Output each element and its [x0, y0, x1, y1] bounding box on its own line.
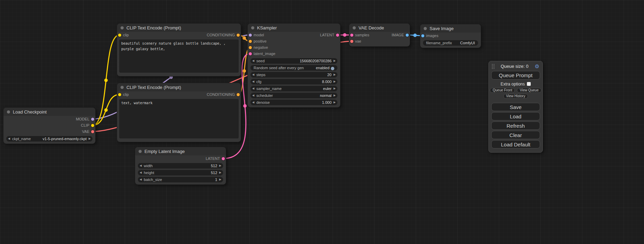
- widget-random-seed-toggle[interactable]: Random seed after every gen enabled: [250, 65, 337, 71]
- collapse-dot-icon[interactable]: [7, 110, 10, 114]
- widget-scheduler[interactable]: scheduler normal: [250, 93, 337, 98]
- widget-height[interactable]: height 512: [138, 170, 223, 175]
- output-row-vae: VAE: [3, 128, 95, 135]
- load-default-button[interactable]: Load Default: [491, 140, 540, 148]
- node-ksampler[interactable]: KSampler model LATENT positive negative …: [248, 24, 340, 107]
- widget-filename-prefix[interactable]: filename_prefix ComfyUI: [423, 40, 478, 46]
- collapse-dot-icon[interactable]: [121, 86, 124, 89]
- settings-gear-icon[interactable]: [535, 64, 539, 69]
- widget-label: sampler_name: [256, 86, 282, 91]
- decrement-arrow-icon[interactable]: [252, 100, 254, 105]
- increment-arrow-icon[interactable]: [334, 79, 336, 84]
- slot-row: clip CONDITIONING: [117, 32, 241, 38]
- widget-steps[interactable]: steps 20: [250, 72, 337, 78]
- node-save-image[interactable]: Save Image images filename_prefix ComfyU…: [420, 24, 481, 48]
- input-slot-images[interactable]: [421, 34, 424, 37]
- collapse-dot-icon[interactable]: [139, 150, 142, 153]
- decrement-arrow-icon[interactable]: [252, 79, 254, 84]
- input-label-clip: clip: [123, 91, 129, 98]
- decrement-arrow-icon[interactable]: [252, 58, 254, 64]
- node-title-bar[interactable]: Save Image: [420, 24, 481, 33]
- combo-next-arrow-icon[interactable]: [89, 136, 91, 142]
- combo-next-arrow-icon[interactable]: [334, 86, 336, 91]
- load-button[interactable]: Load: [491, 112, 540, 120]
- output-label-latent: LATENT: [206, 155, 220, 162]
- collapse-dot-icon[interactable]: [121, 26, 124, 29]
- output-slot-conditioning[interactable]: [237, 93, 240, 96]
- input-slot-positive[interactable]: [249, 40, 252, 43]
- input-slot-clip[interactable]: [118, 34, 121, 37]
- collapse-dot-icon[interactable]: [353, 26, 356, 29]
- extra-options-checkbox[interactable]: [527, 82, 531, 86]
- collapse-dot-icon[interactable]: [251, 26, 254, 29]
- widget-denoise[interactable]: denoise 1.000: [250, 100, 337, 105]
- widget-seed[interactable]: seed 156680208700286: [250, 58, 337, 64]
- increment-arrow-icon[interactable]: [334, 72, 336, 78]
- widget-batch-size[interactable]: batch_size 1: [138, 177, 223, 182]
- input-slot-negative[interactable]: [249, 46, 252, 49]
- output-slot-latent[interactable]: [336, 34, 339, 37]
- input-slot-model[interactable]: [249, 34, 252, 37]
- widget-value: 20: [327, 72, 332, 78]
- input-label-samples: samples: [355, 32, 369, 38]
- view-queue-button[interactable]: View Queue: [517, 88, 541, 93]
- node-vae-decode[interactable]: VAE Decode samples IMAGE vae: [349, 24, 410, 46]
- input-slot-vae[interactable]: [350, 40, 353, 43]
- node-title-bar[interactable]: VAE Decode: [349, 24, 410, 32]
- node-title-bar[interactable]: Load Checkpoint: [3, 108, 95, 116]
- refresh-button[interactable]: Refresh: [491, 121, 540, 130]
- decrement-arrow-icon[interactable]: [140, 170, 142, 175]
- prompt-textarea[interactable]: text, watermark: [119, 99, 239, 138]
- graph-canvas[interactable]: Load Checkpoint MODEL CLIP VAE ckpt_name…: [0, 0, 644, 244]
- output-slot-clip[interactable]: [91, 124, 94, 127]
- combo-prev-arrow-icon[interactable]: [252, 86, 254, 91]
- increment-arrow-icon[interactable]: [219, 163, 221, 169]
- save-button[interactable]: Save: [491, 103, 540, 111]
- widget-value: 156680208700286: [300, 58, 332, 64]
- increment-arrow-icon[interactable]: [219, 170, 221, 175]
- queue-prompt-button[interactable]: Queue Prompt: [491, 71, 540, 80]
- widget-label: batch_size: [144, 177, 162, 182]
- node-load-checkpoint[interactable]: Load Checkpoint MODEL CLIP VAE ckpt_name…: [3, 108, 95, 144]
- increment-arrow-icon[interactable]: [334, 100, 336, 105]
- combo-prev-arrow-icon[interactable]: [8, 136, 10, 142]
- drag-handle-icon[interactable]: [492, 64, 494, 69]
- increment-arrow-icon[interactable]: [219, 177, 221, 182]
- output-label-vae: VAE: [82, 128, 89, 135]
- node-clip-text-encode-negative[interactable]: CLIP Text Encode (Prompt) clip CONDITION…: [117, 83, 241, 142]
- collapse-dot-icon[interactable]: [424, 27, 427, 30]
- widget-value: 8.000: [322, 79, 332, 84]
- toggle-indicator-icon[interactable]: [331, 67, 334, 70]
- combo-prev-arrow-icon[interactable]: [252, 93, 254, 98]
- widget-cfg[interactable]: cfg 8.000: [250, 79, 337, 84]
- input-slot-clip[interactable]: [118, 93, 121, 96]
- queue-front-button[interactable]: Queue Front: [490, 88, 515, 93]
- output-slot-latent[interactable]: [222, 157, 225, 160]
- decrement-arrow-icon[interactable]: [252, 72, 254, 78]
- decrement-arrow-icon[interactable]: [140, 177, 142, 182]
- prompt-textarea[interactable]: beautiful scenery nature glass bottle la…: [119, 39, 239, 73]
- slot-row: latent_image: [248, 51, 340, 57]
- increment-arrow-icon[interactable]: [334, 58, 336, 64]
- output-slot-vae[interactable]: [91, 130, 94, 133]
- wire-clip-to-positive-prompt: [92, 35, 120, 125]
- output-slot-model[interactable]: [91, 118, 94, 121]
- decrement-arrow-icon[interactable]: [140, 163, 142, 169]
- output-slot-conditioning[interactable]: [237, 34, 240, 37]
- node-empty-latent-image[interactable]: Empty Latent Image LATENT width 512 heig…: [135, 147, 226, 184]
- widget-width[interactable]: width 512: [138, 163, 223, 169]
- node-clip-text-encode-positive[interactable]: CLIP Text Encode (Prompt) clip CONDITION…: [117, 24, 241, 76]
- output-slot-image[interactable]: [406, 34, 409, 37]
- widget-value: euler: [323, 86, 332, 91]
- node-title-bar[interactable]: CLIP Text Encode (Prompt): [117, 83, 241, 91]
- node-title-bar[interactable]: Empty Latent Image: [135, 147, 226, 155]
- combo-next-arrow-icon[interactable]: [334, 93, 336, 98]
- input-slot-latent-image[interactable]: [249, 52, 252, 55]
- node-title-bar[interactable]: KSampler: [248, 24, 340, 32]
- view-history-button[interactable]: View History: [503, 94, 528, 99]
- widget-ckpt-name[interactable]: ckpt_name v1-5-pruned-emaonly.ckpt: [6, 136, 92, 142]
- node-title-bar[interactable]: CLIP Text Encode (Prompt): [117, 24, 241, 32]
- clear-button[interactable]: Clear: [491, 131, 540, 139]
- input-slot-samples[interactable]: [350, 34, 353, 37]
- widget-sampler-name[interactable]: sampler_name euler: [250, 86, 337, 91]
